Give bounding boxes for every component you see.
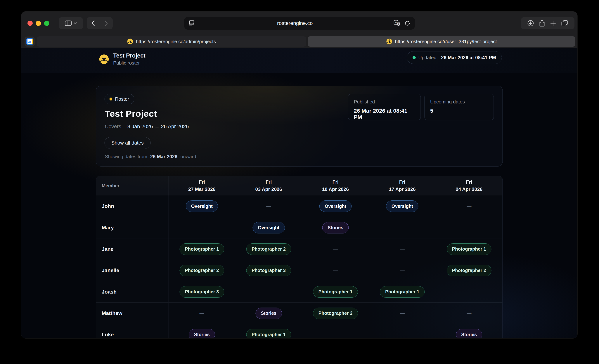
member-name-cell: Jane [96, 238, 168, 260]
assignment-badge-photographer: Photographer 2 [179, 265, 224, 276]
roster-cell: Stories [235, 303, 302, 324]
page-format-button[interactable] [189, 20, 196, 26]
sidebar-toggle-button[interactable] [59, 17, 83, 29]
forward-button[interactable] [100, 20, 113, 26]
assignment-badge-oversight: Oversight [186, 200, 218, 212]
reload-icon[interactable] [404, 20, 411, 26]
showing-dates-note: Showing dates from 26 Mar 2026 onward. [105, 154, 197, 159]
roster-table: Member Fri27 Mar 2026Fri03 Apr 2026Fri10… [96, 176, 503, 338]
published-value: 26 Mar 2026 at 08:41 PM [354, 108, 415, 120]
tab-url: https://rosterengine.co/r/user_381py/tes… [395, 39, 497, 44]
member-name: Joash [102, 289, 117, 295]
covers-range: 18 Jan 2026 → 26 Apr 2026 [124, 123, 189, 129]
close-window-button[interactable] [27, 21, 33, 26]
empty-cell-dash: — [400, 310, 405, 316]
toolbar-actions [521, 17, 574, 29]
table-row: JanellePhotographer 2Photographer 3——Pho… [96, 260, 502, 281]
assignment-badge-stories: Stories [189, 329, 215, 338]
rosterengine-favicon [386, 38, 392, 45]
navigation-buttons [87, 17, 113, 29]
published-label: Published [354, 99, 415, 105]
date-column-header: Fri17 Apr 2026 [369, 176, 436, 195]
new-tab-icon[interactable] [550, 20, 556, 26]
status-dot-green [413, 56, 416, 59]
roster-cell: — [302, 260, 369, 281]
member-name-cell: Luke [96, 324, 168, 338]
minimize-window-button[interactable] [36, 21, 41, 26]
assignment-badge-oversight: Oversight [319, 200, 352, 212]
brand: Test Project Public roster [99, 52, 146, 66]
roster-cell: — [369, 217, 436, 238]
roster-cell: — [369, 324, 436, 338]
site-header: Test Project Public roster Updated: 26 M… [21, 48, 577, 73]
empty-cell-dash: — [467, 310, 471, 316]
assignment-badge-photographer: Photographer 2 [313, 308, 358, 319]
roster-badge-label: Roster [115, 96, 129, 102]
tab-admin-projects[interactable]: https://rosterengine.co/admin/projects [37, 36, 306, 47]
roster-cell: Stories [436, 324, 502, 338]
roster-cell: — [436, 195, 502, 217]
downloads-icon[interactable] [527, 20, 534, 27]
back-button[interactable] [87, 20, 100, 26]
tab-bar: 31 https://rosterengine.co/admin/project… [21, 35, 577, 48]
show-all-dates-button[interactable]: Show all dates [105, 137, 151, 149]
roster-cell: Photographer 1 [369, 281, 436, 303]
updated-label: Updated: [418, 55, 438, 61]
table-row: JoashPhotographer 3—Photographer 1Photog… [96, 281, 502, 303]
browser-window: rosterengine.co A 文 [21, 11, 577, 338]
assignment-badge-photographer: Photographer 1 [447, 243, 492, 255]
table-row: JanePhotographer 1Photographer 2——Photog… [96, 238, 502, 260]
share-icon[interactable] [539, 19, 545, 27]
pinned-tab-calendar[interactable]: 31 [25, 36, 35, 47]
roster-cell: Oversight [302, 195, 369, 217]
address-bar[interactable]: rosterengine.co A 文 [184, 17, 415, 30]
updated-status-badge: Updated: 26 Mar 2026 at 08:41 PM [407, 51, 502, 64]
date-column-header: Fri10 Apr 2026 [302, 176, 369, 195]
roster-cell: — [436, 281, 502, 303]
tab-overview-icon[interactable] [561, 20, 568, 27]
member-name: Matthew [102, 310, 123, 316]
roster-cell: — [369, 303, 436, 324]
empty-cell-dash: — [333, 332, 338, 338]
roster-cell: Photographer 3 [168, 281, 235, 303]
empty-cell-dash: — [333, 268, 338, 273]
assignment-badge-photographer: Photographer 2 [246, 243, 291, 255]
showing-date: 26 Mar 2026 [150, 154, 177, 159]
svg-text:文: 文 [398, 23, 400, 25]
roster-cell: — [235, 281, 302, 303]
empty-cell-dash: — [400, 246, 405, 252]
member-name-cell: Matthew [96, 303, 168, 324]
member-name: Jane [102, 246, 114, 252]
svg-text:31: 31 [28, 40, 31, 44]
page-title: Test Project [105, 108, 157, 119]
roster-cell: — [369, 238, 436, 260]
empty-cell-dash: — [266, 289, 271, 295]
published-card: Published 26 Mar 2026 at 08:41 PM [348, 94, 421, 121]
roster-cell: Photographer 2 [168, 260, 235, 281]
roster-hero-card: Roster Test Project Covers 18 Jan 2026 →… [96, 86, 503, 166]
updated-value: 26 Mar 2026 at 08:41 PM [441, 55, 496, 61]
chevron-down-icon [74, 22, 77, 25]
assignment-badge-stories: Stories [456, 329, 482, 338]
table-row: Mary—OversightStories—— [96, 217, 502, 238]
back-icon [91, 20, 95, 26]
tab-test-project-active[interactable]: https://rosterengine.co/r/user_381py/tes… [308, 36, 575, 47]
assignment-badge-photographer: Photographer 3 [246, 265, 291, 276]
roster-cell: — [436, 217, 502, 238]
upcoming-label: Upcoming dates [430, 99, 488, 105]
assignment-badge-photographer: Photographer 2 [447, 265, 492, 276]
member-name-cell: Joash [96, 281, 168, 303]
empty-cell-dash: — [266, 203, 271, 209]
page-content: Test Project Public roster Updated: 26 M… [21, 48, 577, 338]
roster-cell: Photographer 1 [235, 324, 302, 338]
member-name: Mary [102, 225, 114, 231]
member-name-cell: Janelle [96, 260, 168, 281]
roster-cell: — [436, 303, 502, 324]
empty-cell-dash: — [400, 268, 405, 273]
translate-icon[interactable]: A 文 [394, 20, 401, 26]
assignment-badge-stories: Stories [322, 222, 349, 234]
zoom-window-button[interactable] [44, 21, 49, 26]
empty-cell-dash: — [467, 203, 471, 209]
header-project-subtitle: Public roster [113, 60, 146, 66]
roster-cell: Oversight [168, 195, 235, 217]
